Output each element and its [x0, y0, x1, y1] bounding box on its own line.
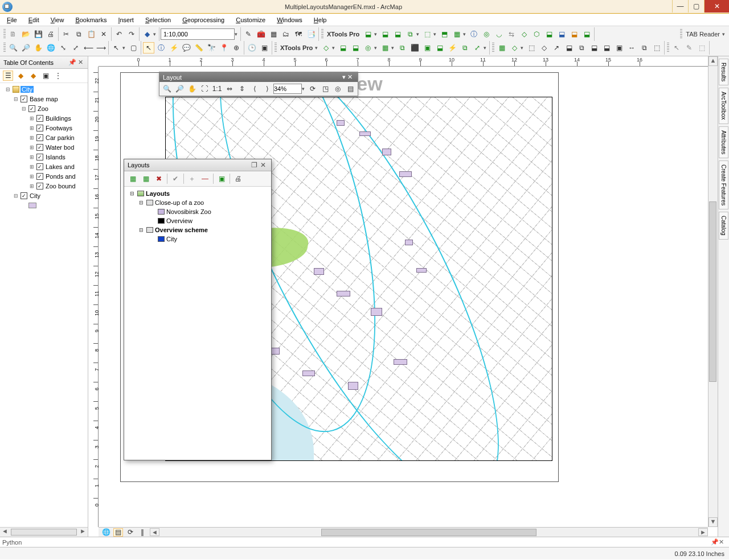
- layout-toolbar-close-icon[interactable]: ✕: [346, 73, 354, 81]
- right-tab-catalog[interactable]: Catalog: [719, 212, 728, 239]
- toc-layer[interactable]: Ponds and: [44, 173, 77, 180]
- editor-toolbar-button[interactable]: ✎: [243, 28, 254, 40]
- measure-button[interactable]: 📏: [193, 42, 204, 53]
- identify-button[interactable]: ⓘ: [155, 42, 167, 53]
- xtools-btn-5[interactable]: ⬚: [421, 28, 433, 40]
- prev-extent-button[interactable]: ⟵: [83, 42, 94, 53]
- layouts-panel-close-icon[interactable]: ✕: [259, 161, 268, 169]
- find-button[interactable]: 🔭: [206, 42, 217, 53]
- xtools2-btn-7[interactable]: ⬛: [409, 42, 420, 53]
- xtools2-btn-12[interactable]: ⤢: [472, 42, 483, 53]
- python-window-button[interactable]: 📑: [305, 28, 317, 40]
- canvas-hscrollbar[interactable]: 🌐 ▤ ⟳ ‖ ◄►: [99, 527, 708, 537]
- toc-list-visibility-button[interactable]: ◆: [28, 71, 38, 81]
- pause-drawing-button[interactable]: ‖: [137, 528, 147, 537]
- xt3-btn-6[interactable]: ⬓: [563, 42, 575, 53]
- xt3-btn-12[interactable]: ⧉: [638, 42, 650, 53]
- draw-btn-3[interactable]: ⬚: [696, 42, 707, 53]
- toc-layer[interactable]: Zoo bound: [44, 183, 77, 190]
- actual-size-button[interactable]: 1:1: [211, 83, 223, 94]
- layout-toolbar[interactable]: Layout▾✕ 🔍 🔎 ✋ ⛶ 1:1 ⇔ ⇕ ⟨ ⟩ ▾ ⟳ ◳ ◎ ▤: [159, 72, 358, 96]
- checkbox[interactable]: [36, 183, 43, 190]
- layout-item[interactable]: Overview scheme: [155, 227, 208, 233]
- layouts-panel[interactable]: Layouts❐✕ ▦ ▦ ✖ ✔ ＋ — ▣ 🖨 ⊟Layouts⊟Close…: [124, 159, 272, 460]
- xtools-btn-13[interactable]: ⬓: [543, 28, 555, 40]
- xt3-btn-10[interactable]: ▣: [613, 42, 625, 53]
- xt3-btn-2[interactable]: ◇: [509, 42, 520, 53]
- xtools2-btn-2[interactable]: ⬓: [337, 42, 349, 53]
- xtools2-btn-8[interactable]: ▣: [421, 42, 433, 53]
- layout-item[interactable]: Close-up of a zoo: [155, 199, 204, 206]
- pan-button[interactable]: ✋: [32, 42, 44, 53]
- data-driven-pages-button[interactable]: ▤: [345, 83, 356, 94]
- checkbox[interactable]: [36, 154, 43, 160]
- right-tab-create-features[interactable]: Create Features: [719, 160, 728, 209]
- close-button[interactable]: ✕: [704, 0, 729, 13]
- right-tab-arctoolbox[interactable]: ArcToolbox: [719, 88, 728, 123]
- xtools2-btn-11[interactable]: ⧉: [459, 42, 470, 53]
- viewer-window-button[interactable]: ▣: [259, 42, 270, 53]
- refresh-button[interactable]: ⟳: [307, 83, 318, 94]
- tabreader-label[interactable]: TAB Reader: [683, 31, 722, 38]
- zoomin-page-button[interactable]: 🔍: [161, 83, 173, 94]
- xtools-btn-15[interactable]: ⬓: [568, 28, 580, 40]
- layouts-add-button[interactable]: ▦: [127, 173, 138, 184]
- python-window-bar[interactable]: Python 📌 ✕: [0, 537, 729, 547]
- toc-zoo[interactable]: Zoo: [36, 105, 50, 112]
- right-tab-results[interactable]: Results: [719, 59, 728, 85]
- layouts-delete-button[interactable]: ✖: [153, 173, 165, 184]
- xtools2-btn-5[interactable]: ▦: [379, 42, 391, 53]
- toc-layer[interactable]: Car parkin: [44, 134, 76, 141]
- select-elements-button[interactable]: ↖: [143, 42, 154, 53]
- xtools-btn-16[interactable]: ⬓: [581, 28, 592, 40]
- layout-view[interactable]: 012345678910111213141516 222120191817161…: [88, 56, 718, 537]
- cut-button[interactable]: ✂: [60, 28, 72, 40]
- checkbox[interactable]: [36, 173, 43, 180]
- checkbox[interactable]: [36, 134, 43, 141]
- xtools2-btn-9[interactable]: ⬓: [434, 42, 445, 53]
- fixed-zoomout-button[interactable]: ⤢: [70, 42, 81, 53]
- new-doc-button[interactable]: 🗎: [7, 28, 19, 40]
- focus-data-frame-button[interactable]: ◎: [332, 83, 343, 94]
- xtools2-btn-4[interactable]: ◎: [362, 42, 374, 53]
- save-button[interactable]: 💾: [32, 28, 44, 40]
- find-route-button[interactable]: 📍: [218, 42, 230, 53]
- xtools2-btn-3[interactable]: ⬓: [350, 42, 361, 53]
- xtools-btn-2[interactable]: ⬓: [379, 28, 391, 40]
- hyperlink-button[interactable]: ⚡: [168, 42, 179, 53]
- toc-list-source-button[interactable]: ◆: [15, 71, 26, 81]
- toolbox-button[interactable]: 🧰: [255, 28, 267, 40]
- xt3-btn-9[interactable]: ⬓: [601, 42, 612, 53]
- xt3-btn-1[interactable]: ▦: [496, 42, 507, 53]
- toc-pin-icon[interactable]: 📌: [68, 59, 76, 66]
- toc-options-button[interactable]: ⋮: [53, 71, 63, 81]
- toc-layer[interactable]: Lakes and: [44, 163, 76, 170]
- next-page-button[interactable]: ⟩: [261, 83, 273, 94]
- checkbox[interactable]: [21, 96, 27, 102]
- checkbox[interactable]: [28, 105, 35, 112]
- full-extent-button[interactable]: 🌐: [45, 42, 56, 53]
- clear-selection-button[interactable]: ▢: [128, 42, 139, 53]
- checkbox[interactable]: [36, 144, 43, 151]
- paste-button[interactable]: 📋: [85, 28, 97, 40]
- scale-combo[interactable]: [161, 28, 235, 40]
- redo-button[interactable]: ↷: [126, 28, 137, 40]
- toc-layer[interactable]: Water bod: [44, 144, 75, 151]
- toc-list-drawing-order-button[interactable]: ☰: [3, 71, 13, 81]
- xtools-btn-6[interactable]: ⬒: [439, 28, 450, 40]
- pan-page-button[interactable]: ✋: [186, 83, 198, 94]
- checkbox[interactable]: [36, 163, 43, 170]
- toc-layer[interactable]: Islands: [44, 154, 67, 160]
- layout-view-button[interactable]: ▤: [113, 528, 123, 537]
- fixed-zoomin-button[interactable]: ⤡: [58, 42, 69, 53]
- refresh-view-button[interactable]: ⟳: [125, 528, 135, 537]
- menu-selection[interactable]: Selection: [141, 15, 175, 24]
- layouts-add-from-button[interactable]: ▦: [140, 173, 151, 184]
- print-button[interactable]: 🖨: [45, 28, 56, 40]
- xt3-btn-5[interactable]: ↗: [551, 42, 562, 53]
- menu-help[interactable]: Help: [309, 15, 331, 24]
- menu-view[interactable]: View: [46, 15, 69, 24]
- xtools-btn-4[interactable]: ⧉: [404, 28, 416, 40]
- goto-xy-button[interactable]: ⊕: [231, 42, 242, 53]
- xtools-btn-10[interactable]: ⇆: [506, 28, 517, 40]
